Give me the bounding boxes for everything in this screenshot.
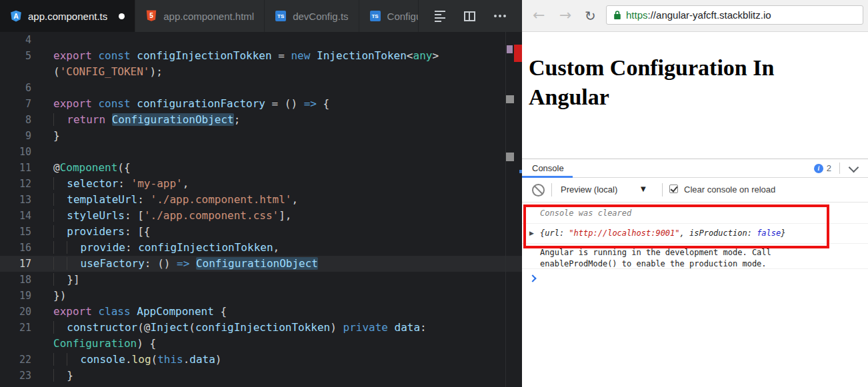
line-number: 11 — [0, 160, 31, 176]
toolbar-separator — [662, 183, 663, 196]
code-line-6: 6 — [0, 80, 522, 96]
dropdown-arrow-icon[interactable]: ▼ — [641, 185, 646, 193]
code-line-13: 13 templateUrl: './app.component.html', — [0, 192, 522, 208]
overview-ruler-error-marker — [514, 45, 522, 62]
collapse-console-icon[interactable] — [849, 163, 859, 173]
editor-tab-app-component-ts[interactable]: Aapp.component.ts — [0, 0, 135, 32]
editor-tab-actions — [419, 0, 522, 32]
log-text: Angular is running in the development mo… — [540, 247, 788, 270]
browser-preview-pane: ← → ↻ https://angular-yafcft.stackblitz.… — [522, 0, 868, 387]
editor-tab-strip: Aapp.component.ts5app.component.htmlTSde… — [0, 0, 419, 32]
url-text: ://angular-yafcft.stackblitz.io — [648, 9, 771, 21]
console-prompt[interactable] — [522, 269, 868, 288]
code-line-11: 11@Component({ — [0, 160, 522, 176]
line-number: 19 — [0, 288, 31, 304]
code-line-23: 23 } — [0, 368, 522, 384]
line-number: 21 — [0, 320, 31, 336]
console-tab-label: Console — [532, 163, 564, 173]
code-line-15: 15 providers: [{ — [0, 224, 522, 240]
overview-ruler-marker — [506, 153, 514, 161]
message-count: 2 — [827, 163, 831, 173]
code-line-20: 20export class AppComponent { — [0, 304, 522, 320]
code-editor[interactable]: 45export const configInjectionTokken = n… — [0, 32, 522, 387]
clear-console-button[interactable] — [532, 184, 545, 196]
angular-file-icon: A — [10, 10, 22, 22]
line-number — [0, 336, 31, 352]
line-number: 17 — [0, 256, 31, 272]
code-line-10: 10 — [0, 144, 522, 160]
console-header: Console i 2 — [522, 159, 868, 178]
line-number: 6 — [0, 80, 31, 96]
line-number: 22 — [0, 352, 31, 368]
tab-label: devConfig.ts — [293, 11, 348, 22]
tab-label: Configu — [387, 11, 418, 22]
line-number: 9 — [0, 128, 31, 144]
line-number: 7 — [0, 96, 31, 112]
split-editor-icon[interactable] — [464, 11, 475, 21]
code-line-8: 8 return ConfigurationObject; — [0, 112, 522, 128]
overview-ruler — [505, 32, 522, 387]
clear-on-reload-checkbox[interactable] — [669, 185, 678, 193]
line-number — [0, 64, 31, 80]
line-number: 4 — [0, 32, 31, 48]
line-number: 24 — [0, 384, 31, 387]
code-line-7: 7export const configurationFactory = () … — [0, 96, 522, 112]
code-line-4: 4 — [0, 32, 522, 48]
code-line-5: 5export const configInjectionTokken = ne… — [0, 48, 522, 64]
ts-file-icon: TS — [369, 10, 381, 22]
line-number: 8 — [0, 112, 31, 128]
line-number: 10 — [0, 144, 31, 160]
console-toolbar: Preview (local) ▼ Clear console on reloa… — [522, 178, 868, 202]
toolbar-separator — [551, 183, 552, 196]
refresh-button[interactable]: ↻ — [585, 6, 596, 26]
forward-button[interactable]: → — [559, 5, 571, 25]
code-line-18: 18 }] — [0, 272, 522, 288]
tab-label: app.component.html — [163, 11, 254, 22]
code-line-24: 24 — [0, 384, 522, 387]
code-line-12: 12 selector: 'my-app', — [0, 176, 522, 192]
checkbox-label: Clear console on reload — [684, 185, 775, 194]
console-object-tokens: {url: "http://localhost:9001", isProduct… — [540, 228, 785, 238]
overview-ruler-marker — [506, 95, 514, 103]
svg-text:A: A — [13, 12, 19, 20]
address-bar[interactable]: https://angular-yafcft.stackblitz.io — [606, 5, 863, 25]
editor-tab-bar: Aapp.component.ts5app.component.htmlTSde… — [0, 0, 522, 32]
screen: Aapp.component.ts5app.component.htmlTSde… — [0, 0, 868, 387]
back-button[interactable]: ← — [533, 5, 545, 25]
line-number: 15 — [0, 224, 31, 240]
line-number: 13 — [0, 192, 31, 208]
line-number: 16 — [0, 240, 31, 256]
code-line-16: 16 provide: configInjectionTokken, — [0, 240, 522, 256]
overview-ruler-marker — [507, 45, 513, 53]
console-message-log: Angular is running in the development mo… — [522, 244, 868, 269]
tab-label: app.component.ts — [28, 11, 107, 22]
console-tab[interactable]: Console — [522, 159, 574, 177]
editor-tab-app-component-html[interactable]: 5app.component.html — [135, 0, 265, 32]
line-number: 14 — [0, 208, 31, 224]
line-number: 12 — [0, 176, 31, 192]
execution-context-selector[interactable]: Preview (local) — [561, 185, 617, 194]
browser-toolbar: ← → ↻ https://angular-yafcft.stackblitz.… — [522, 0, 868, 32]
url-protocol: https — [626, 9, 648, 21]
code-line-14: 14 styleUrls: ['./app.component.css'], — [0, 208, 522, 224]
unsaved-changes-dot — [119, 13, 125, 19]
html-file-icon: 5 — [145, 10, 157, 22]
align-lines-icon[interactable] — [435, 11, 445, 22]
ts-file-icon: TS — [275, 10, 287, 22]
svg-text:5: 5 — [149, 12, 153, 19]
console-message-object: ▶ {url: "http://localhost:9001", isProdu… — [522, 224, 868, 244]
info-icon: i — [814, 164, 823, 173]
expand-arrow-icon[interactable]: ▶ — [529, 230, 534, 236]
editor-tab-Configu[interactable]: TSConfigu — [359, 0, 419, 32]
code-line-21: 21 constructor(@Inject(configInjectionTo… — [0, 320, 522, 336]
lock-icon — [613, 10, 621, 20]
console-message-cleared: Console was cleared — [522, 202, 868, 224]
code-editor-pane: Aapp.component.ts5app.component.htmlTSde… — [0, 0, 522, 387]
code-line-22: 22 console.log(this.data) — [0, 352, 522, 368]
devtools-console-panel: Console i 2 Preview (local) ▼ Clear cons… — [522, 159, 868, 387]
cleared-text: Console was cleared — [540, 208, 631, 218]
editor-tab-devConfig-ts[interactable]: TSdevConfig.ts — [265, 0, 359, 32]
more-actions-icon[interactable] — [494, 15, 506, 17]
code-line-wrap: ('CONFIG_TOKEN'); — [0, 64, 522, 80]
code-line-19: 19}) — [0, 288, 522, 304]
